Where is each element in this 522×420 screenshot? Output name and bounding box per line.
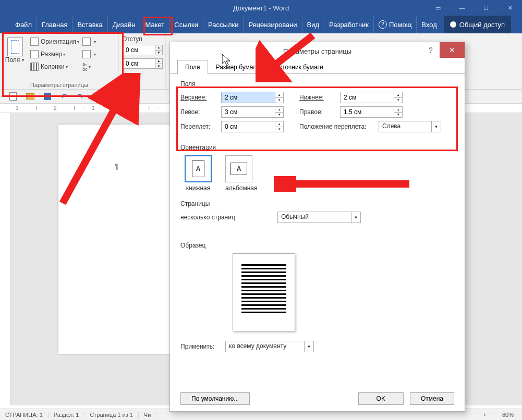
tab-layout[interactable]: Макет <box>140 16 169 33</box>
page-setup-dialog: Параметры страницы ? ✕ Поля Размер бумаг… <box>169 42 465 412</box>
orientation-button[interactable]: Ориентация ▾ <box>30 35 79 48</box>
tab-margins[interactable]: Поля <box>177 60 208 74</box>
portrait-icon: A <box>192 160 204 177</box>
window-title: Документ1 - Word <box>233 4 289 12</box>
redo-icon[interactable]: ↷ <box>77 92 83 102</box>
tab-help[interactable]: Помощ <box>373 16 416 33</box>
dialog-close-icon[interactable]: ✕ <box>440 42 465 58</box>
dialog-launcher-icon[interactable]: ⬊ <box>112 82 116 87</box>
fieldset-margins-label: Поля <box>180 80 454 88</box>
indent-label: Отступ <box>122 35 162 43</box>
line-numbers-button[interactable]: ▾ <box>82 48 96 60</box>
line-numbers-icon <box>82 50 91 58</box>
dialog-tabs: Поля Размер бумаги Источник бумаги <box>170 60 465 74</box>
tab-review[interactable]: Рецензировани <box>243 16 301 33</box>
tab-design[interactable]: Дизайн <box>107 16 140 33</box>
label-left: Левое: <box>180 108 221 116</box>
status-pageof[interactable]: Страница 1 из 1 <box>84 412 138 418</box>
input-left[interactable]: ▲▼ <box>221 106 284 118</box>
ok-button[interactable]: OK <box>358 392 404 405</box>
tab-mailings[interactable]: Рассылки <box>203 16 243 33</box>
breaks-icon <box>82 38 91 46</box>
breaks-button[interactable]: ▾ <box>82 35 96 48</box>
chevron-down-icon[interactable]: ▼ <box>431 121 441 132</box>
qat-more-icon[interactable]: ⋯ <box>93 94 98 100</box>
select-apply[interactable]: ко всему документу▼ <box>225 341 314 352</box>
tab-view[interactable]: Вид <box>302 16 324 33</box>
share-button[interactable]: Общий доступ <box>444 16 511 33</box>
window-buttons: ▭ — ☐ ✕ <box>426 0 522 16</box>
orientation-landscape[interactable]: A альбомная <box>225 155 258 192</box>
spin-down-icon[interactable]: ▼ <box>275 98 283 103</box>
default-button[interactable]: По умолчанию... <box>180 392 250 405</box>
tab-insert[interactable]: Вставка <box>72 16 107 33</box>
fieldset-pages-label: Страницы <box>180 200 454 207</box>
landscape-icon: A <box>230 163 247 175</box>
label-gutter: Переплет: <box>180 123 221 130</box>
tab-file[interactable]: Файл <box>10 16 37 33</box>
maximize-icon[interactable]: ☐ <box>474 0 498 16</box>
zoom-level[interactable]: +80% <box>483 412 514 418</box>
input-bottom[interactable]: ▲▼ <box>340 92 403 103</box>
group-page-setup-label: Параметры страницы <box>0 82 118 88</box>
chevron-down-icon[interactable]: ▼ <box>351 212 360 223</box>
input-right[interactable]: ▲▼ <box>340 106 403 118</box>
indent-right-input[interactable]: ▲▼ <box>122 58 163 69</box>
select-gutter-pos[interactable]: Слева▼ <box>379 121 441 132</box>
tab-paper[interactable]: Размер бумаги <box>208 60 267 74</box>
minimize-icon[interactable]: — <box>450 0 474 16</box>
columns-icon <box>30 63 39 71</box>
hyphenation-button[interactable]: a-bc▾ <box>82 60 96 73</box>
size-icon <box>30 50 39 58</box>
undo-icon[interactable]: ↶ <box>60 92 67 102</box>
margins-button[interactable]: Поля▼ <box>3 35 27 73</box>
label-gutter-pos: Положение переплета: <box>299 123 379 130</box>
tab-references[interactable]: Ссылки <box>169 16 203 33</box>
fieldset-orient-label: Ориентация <box>180 144 454 151</box>
dialog-title-bar[interactable]: Параметры страницы ? ✕ <box>170 42 465 60</box>
status-page[interactable]: СТРАНИЦА: 1 <box>0 412 48 418</box>
tab-home[interactable]: Главная <box>37 16 72 33</box>
tab-source[interactable]: Источник бумаги <box>267 60 331 74</box>
title-bar: Документ1 - Word ▭ — ☐ ✕ <box>0 0 522 16</box>
orientation-portrait[interactable]: A книжная <box>185 155 212 192</box>
input-top[interactable]: ▲▼ <box>221 92 284 103</box>
margins-label: Поля <box>5 56 20 64</box>
share-label: Общий доступ <box>459 21 505 29</box>
preview-icon <box>233 253 295 331</box>
cancel-button[interactable]: Отмена <box>410 392 454 405</box>
ribbon-tabs: Файл Главная Вставка Дизайн Макет Ссылки… <box>0 16 522 33</box>
open-icon[interactable] <box>26 93 34 100</box>
dialog-title: Параметры страницы <box>283 47 351 55</box>
label-bottom: Нижнее: <box>299 94 340 101</box>
indent-left-input[interactable]: ▲▼ <box>122 45 163 55</box>
select-multi[interactable]: Обычный▼ <box>277 212 361 223</box>
label-right: Правое: <box>299 108 340 116</box>
tab-developer[interactable]: Разработчик <box>324 16 373 33</box>
label-multi: несколько страниц: <box>180 214 277 221</box>
status-words[interactable]: Чи <box>139 412 156 418</box>
close-icon[interactable]: ✕ <box>498 0 522 16</box>
label-apply: Применить: <box>180 343 225 350</box>
fieldset-preview-label: Образец <box>180 242 454 249</box>
margins-icon <box>7 38 23 56</box>
input-gutter[interactable]: ▲▼ <box>221 121 284 132</box>
save-icon[interactable] <box>44 93 51 100</box>
login-button[interactable]: Вход <box>416 16 441 33</box>
new-icon[interactable] <box>9 92 17 101</box>
columns-button[interactable]: Колонки ▾ <box>30 60 79 73</box>
status-section[interactable]: Раздел: 1 <box>48 412 85 418</box>
size-button[interactable]: Размер ▾ <box>30 48 79 60</box>
spin-up-icon[interactable]: ▲ <box>275 92 283 98</box>
label-top: Верхнее: <box>180 94 221 101</box>
chevron-down-icon[interactable]: ▼ <box>304 341 313 352</box>
ribbon-options-icon[interactable]: ▭ <box>426 0 450 16</box>
person-icon <box>450 21 456 28</box>
paragraph-mark-icon: ¶ <box>115 162 119 170</box>
orientation-icon <box>30 38 39 46</box>
vertical-ruler[interactable] <box>0 113 10 405</box>
dialog-help-icon[interactable]: ? <box>422 42 440 58</box>
